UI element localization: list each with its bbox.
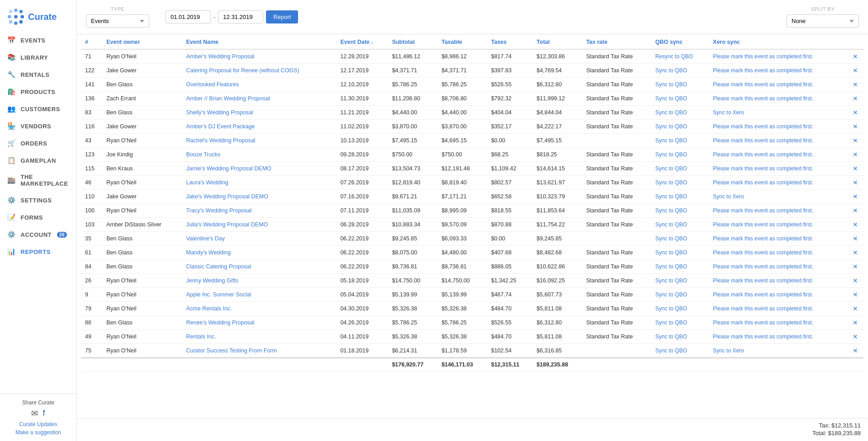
sidebar-item-products[interactable]: 🛍️ PRODUCTS: [0, 83, 76, 100]
event-link[interactable]: Curator Success Testing From Form: [186, 347, 277, 354]
xero-sync-link[interactable]: Please mark this event as completed firs…: [713, 291, 813, 298]
event-link[interactable]: Jamie's Wedding Proposal DEMO: [186, 165, 271, 172]
qbo-sync-link[interactable]: Sync to QBO: [655, 305, 687, 312]
qbo-sync-link[interactable]: Sync to QBO: [655, 333, 687, 340]
xero-sync-link[interactable]: Sync to Xero: [713, 193, 744, 200]
qbo-sync-link[interactable]: Sync to QBO: [655, 67, 687, 74]
qbo-sync-link[interactable]: Sync to QBO: [655, 95, 687, 102]
xero-sync-link[interactable]: Please mark this event as completed firs…: [713, 263, 813, 270]
sidebar-item-gameplan[interactable]: 📋 GAMEPLAN: [0, 152, 76, 169]
qbo-sync-link[interactable]: Sync to QBO: [655, 193, 687, 200]
qbo-sync-link[interactable]: Sync to QBO: [655, 235, 687, 242]
sidebar-item-reports[interactable]: 📊 REPORTS: [0, 243, 76, 260]
col-header-3[interactable]: Event Date: [337, 34, 388, 49]
sidebar-item-library[interactable]: 📚 LIBRARY: [0, 49, 76, 66]
xero-sync-link[interactable]: Please mark this event as completed firs…: [713, 95, 813, 102]
event-link[interactable]: Julia's Wedding Proposal DEMO: [186, 221, 268, 228]
qbo-sync-link[interactable]: Sync to QBO: [655, 249, 687, 256]
delete-icon[interactable]: ✕: [853, 319, 858, 326]
date-end-input[interactable]: [218, 10, 263, 23]
event-link[interactable]: Valentine's Day: [186, 235, 225, 242]
delete-icon[interactable]: ✕: [853, 333, 858, 340]
event-link[interactable]: Shelly's Wedding Proposal: [186, 109, 253, 116]
split-select[interactable]: None: [787, 14, 859, 28]
event-link[interactable]: Amber's DJ Event Package: [186, 123, 255, 130]
delete-icon[interactable]: ✕: [853, 137, 858, 144]
xero-sync-link[interactable]: Please mark this event as completed firs…: [713, 319, 813, 326]
delete-icon[interactable]: ✕: [853, 67, 858, 74]
xero-sync-link[interactable]: Please mark this event as completed firs…: [713, 333, 813, 340]
sidebar-item-customers[interactable]: 👥 CUSTOMERS: [0, 100, 76, 117]
xero-sync-link[interactable]: Please mark this event as completed firs…: [713, 53, 813, 60]
event-link[interactable]: Laura's Wedding: [186, 179, 228, 186]
delete-icon[interactable]: ✕: [853, 221, 858, 228]
xero-sync-link[interactable]: Please mark this event as completed firs…: [713, 81, 813, 88]
event-link[interactable]: Classic Catering Proposal: [186, 263, 251, 270]
xero-sync-link[interactable]: Please mark this event as completed firs…: [713, 67, 813, 74]
event-link[interactable]: Rentals Inc.: [186, 333, 216, 340]
qbo-sync-link[interactable]: Sync to QBO: [655, 151, 687, 158]
qbo-sync-link[interactable]: Sync to QBO: [655, 137, 687, 144]
event-link[interactable]: Renee's Wedding Proposal: [186, 319, 254, 326]
delete-icon[interactable]: ✕: [853, 95, 858, 102]
event-link[interactable]: Booze Trucks: [186, 151, 220, 158]
qbo-sync-link[interactable]: Sync to QBO: [655, 165, 687, 172]
qbo-sync-link[interactable]: Sync to QBO: [655, 263, 687, 270]
sidebar-item-forms[interactable]: 📝 FORMS: [0, 209, 76, 226]
delete-icon[interactable]: ✕: [853, 123, 858, 130]
xero-sync-link[interactable]: Please mark this event as completed firs…: [713, 165, 813, 172]
delete-icon[interactable]: ✕: [853, 235, 858, 242]
qbo-sync-link[interactable]: Resync to QBO: [655, 53, 693, 60]
delete-icon[interactable]: ✕: [853, 263, 858, 270]
delete-icon[interactable]: ✕: [853, 305, 858, 312]
sidebar-item-events[interactable]: 📅 EVENTS: [0, 32, 76, 49]
delete-icon[interactable]: ✕: [853, 277, 858, 284]
qbo-sync-link[interactable]: Sync to QBO: [655, 347, 687, 354]
qbo-sync-link[interactable]: Sync to QBO: [655, 221, 687, 228]
event-link[interactable]: Tracy's Wedding Proposal: [186, 207, 251, 214]
event-link[interactable]: Jenny Wedding Gifts: [186, 277, 238, 284]
qbo-sync-link[interactable]: Sync to QBO: [655, 207, 687, 214]
qbo-sync-link[interactable]: Sync to QBO: [655, 277, 687, 284]
qbo-sync-link[interactable]: Sync to QBO: [655, 319, 687, 326]
event-link[interactable]: Amber's Wedding Proposal: [186, 53, 254, 60]
xero-sync-link[interactable]: Please mark this event as completed firs…: [713, 137, 813, 144]
delete-icon[interactable]: ✕: [853, 249, 858, 256]
facebook-icon[interactable]: f: [43, 408, 45, 418]
sidebar-item-orders[interactable]: 🛒 ORDERS: [0, 135, 76, 152]
xero-sync-link[interactable]: Please mark this event as completed firs…: [713, 221, 813, 228]
event-link[interactable]: Overlooked Features: [186, 81, 239, 88]
delete-icon[interactable]: ✕: [853, 207, 858, 214]
xero-sync-link[interactable]: Please mark this event as completed firs…: [713, 179, 813, 186]
make-suggestion-link[interactable]: Make a suggestion: [7, 429, 69, 436]
type-select[interactable]: Events: [86, 14, 149, 28]
sidebar-item-settings[interactable]: ⚙️ SETTINGS: [0, 192, 76, 209]
xero-sync-link[interactable]: Sync to Xero: [713, 347, 744, 354]
delete-icon[interactable]: ✕: [853, 165, 858, 172]
qbo-sync-link[interactable]: Sync to QBO: [655, 123, 687, 130]
qbo-sync-link[interactable]: Sync to QBO: [655, 81, 687, 88]
sidebar-item-vendors[interactable]: 🏪 VENDORS: [0, 117, 76, 135]
qbo-sync-link[interactable]: Sync to QBO: [655, 291, 687, 298]
delete-icon[interactable]: ✕: [853, 291, 858, 298]
delete-icon[interactable]: ✕: [853, 53, 858, 60]
email-icon[interactable]: ✉: [31, 408, 38, 418]
qbo-sync-link[interactable]: Sync to QBO: [655, 109, 687, 116]
sidebar-item-rentals[interactable]: 🔧 RENTALS: [0, 66, 76, 83]
xero-sync-link[interactable]: Please mark this event as completed firs…: [713, 277, 813, 284]
event-link[interactable]: Amber // Brian Wedding Proposal: [186, 95, 270, 102]
curate-updates-link[interactable]: Curate Updates: [7, 421, 69, 427]
event-link[interactable]: Catering Proposal for Renee (without COG…: [186, 67, 299, 74]
sidebar-item-marketplace[interactable]: 🏬 THE MARKETPLACE: [0, 169, 76, 192]
delete-icon[interactable]: ✕: [853, 179, 858, 186]
delete-icon[interactable]: ✕: [853, 193, 858, 200]
event-link[interactable]: Apple Inc. Summer Social: [186, 291, 251, 298]
event-link[interactable]: Acme Rentals Inc.: [186, 305, 232, 312]
xero-sync-link[interactable]: Please mark this event as completed firs…: [713, 151, 813, 158]
report-button[interactable]: Report: [266, 10, 298, 23]
delete-icon[interactable]: ✕: [853, 347, 858, 354]
event-link[interactable]: Jake's Wedding Proposal DEMO: [186, 193, 268, 200]
xero-sync-link[interactable]: Sync to Xero: [713, 109, 744, 116]
xero-sync-link[interactable]: Please mark this event as completed firs…: [713, 249, 813, 256]
event-link[interactable]: Mandy's Wedding: [186, 249, 231, 256]
